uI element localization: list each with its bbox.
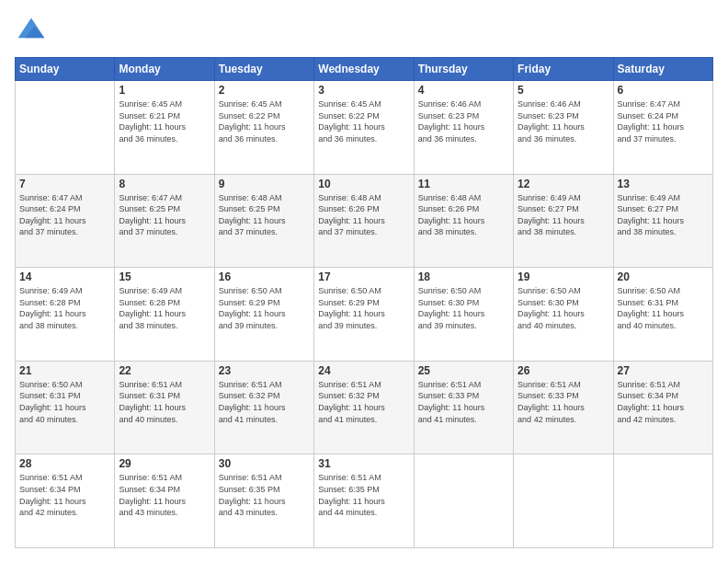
logo-icon	[15, 15, 48, 48]
calendar-cell: 25Sunrise: 6:51 AM Sunset: 6:33 PM Dayli…	[414, 361, 513, 454]
calendar-week-row: 14Sunrise: 6:49 AM Sunset: 6:28 PM Dayli…	[16, 268, 713, 362]
day-number: 19	[518, 270, 609, 283]
day-number: 27	[618, 364, 709, 377]
day-info: Sunrise: 6:50 AM Sunset: 6:30 PM Dayligh…	[418, 285, 509, 331]
calendar-cell: 17Sunrise: 6:50 AM Sunset: 6:29 PM Dayli…	[314, 268, 414, 362]
calendar-cell	[16, 81, 115, 175]
calendar-table: SundayMondayTuesdayWednesdayThursdayFrid…	[15, 57, 713, 548]
weekday-header: Thursday	[414, 58, 513, 81]
day-number: 1	[119, 84, 210, 97]
day-number: 31	[318, 457, 409, 470]
calendar-cell: 1Sunrise: 6:45 AM Sunset: 6:21 PM Daylig…	[115, 81, 214, 175]
day-number: 17	[318, 270, 409, 283]
weekday-header: Wednesday	[314, 58, 414, 81]
day-info: Sunrise: 6:51 AM Sunset: 6:34 PM Dayligh…	[19, 472, 110, 518]
calendar-cell: 12Sunrise: 6:49 AM Sunset: 6:27 PM Dayli…	[514, 174, 613, 268]
day-info: Sunrise: 6:45 AM Sunset: 6:22 PM Dayligh…	[318, 98, 409, 144]
day-info: Sunrise: 6:48 AM Sunset: 6:26 PM Dayligh…	[318, 192, 409, 238]
day-number: 11	[418, 178, 509, 190]
calendar-week-row: 1Sunrise: 6:45 AM Sunset: 6:21 PM Daylig…	[16, 81, 713, 175]
calendar-cell	[514, 454, 613, 548]
calendar-cell: 24Sunrise: 6:51 AM Sunset: 6:32 PM Dayli…	[314, 361, 414, 454]
day-info: Sunrise: 6:50 AM Sunset: 6:29 PM Dayligh…	[219, 285, 310, 331]
day-info: Sunrise: 6:46 AM Sunset: 6:23 PM Dayligh…	[418, 98, 509, 144]
day-number: 29	[119, 457, 210, 470]
day-number: 30	[219, 457, 310, 470]
day-info: Sunrise: 6:51 AM Sunset: 6:34 PM Dayligh…	[618, 379, 709, 425]
calendar-week-row: 21Sunrise: 6:50 AM Sunset: 6:31 PM Dayli…	[16, 361, 713, 454]
calendar-cell: 4Sunrise: 6:46 AM Sunset: 6:23 PM Daylig…	[414, 81, 513, 175]
day-info: Sunrise: 6:50 AM Sunset: 6:31 PM Dayligh…	[19, 379, 110, 425]
calendar-cell: 27Sunrise: 6:51 AM Sunset: 6:34 PM Dayli…	[613, 361, 712, 454]
weekday-header: Friday	[514, 58, 613, 81]
day-info: Sunrise: 6:47 AM Sunset: 6:24 PM Dayligh…	[618, 98, 709, 144]
calendar-cell: 13Sunrise: 6:49 AM Sunset: 6:27 PM Dayli…	[613, 174, 712, 268]
day-info: Sunrise: 6:50 AM Sunset: 6:29 PM Dayligh…	[318, 285, 409, 331]
day-info: Sunrise: 6:51 AM Sunset: 6:33 PM Dayligh…	[518, 379, 609, 425]
day-info: Sunrise: 6:51 AM Sunset: 6:34 PM Dayligh…	[119, 472, 210, 518]
day-info: Sunrise: 6:49 AM Sunset: 6:27 PM Dayligh…	[518, 192, 609, 238]
calendar-cell: 28Sunrise: 6:51 AM Sunset: 6:34 PM Dayli…	[16, 454, 115, 548]
day-info: Sunrise: 6:46 AM Sunset: 6:23 PM Dayligh…	[518, 98, 609, 144]
calendar-cell: 9Sunrise: 6:48 AM Sunset: 6:25 PM Daylig…	[214, 174, 313, 268]
day-number: 10	[318, 178, 409, 190]
calendar-week-row: 7Sunrise: 6:47 AM Sunset: 6:24 PM Daylig…	[16, 174, 713, 268]
day-info: Sunrise: 6:50 AM Sunset: 6:30 PM Dayligh…	[518, 285, 609, 331]
day-number: 4	[418, 84, 509, 97]
day-number: 18	[418, 270, 509, 283]
calendar-cell: 18Sunrise: 6:50 AM Sunset: 6:30 PM Dayli…	[414, 268, 513, 362]
calendar-cell: 16Sunrise: 6:50 AM Sunset: 6:29 PM Dayli…	[214, 268, 313, 362]
weekday-header: Sunday	[16, 58, 115, 81]
day-number: 21	[19, 364, 110, 377]
day-number: 8	[119, 178, 210, 190]
day-number: 22	[119, 364, 210, 377]
day-info: Sunrise: 6:51 AM Sunset: 6:35 PM Dayligh…	[219, 472, 310, 518]
day-info: Sunrise: 6:48 AM Sunset: 6:26 PM Dayligh…	[418, 192, 509, 238]
weekday-header: Tuesday	[214, 58, 313, 81]
day-info: Sunrise: 6:49 AM Sunset: 6:27 PM Dayligh…	[618, 192, 709, 238]
weekday-header: Saturday	[613, 58, 712, 81]
calendar-cell: 6Sunrise: 6:47 AM Sunset: 6:24 PM Daylig…	[613, 81, 712, 175]
day-info: Sunrise: 6:49 AM Sunset: 6:28 PM Dayligh…	[19, 285, 110, 331]
calendar-cell	[613, 454, 712, 548]
calendar-cell: 5Sunrise: 6:46 AM Sunset: 6:23 PM Daylig…	[514, 81, 613, 175]
day-number: 26	[518, 364, 609, 377]
day-number: 7	[19, 178, 110, 190]
day-info: Sunrise: 6:47 AM Sunset: 6:24 PM Dayligh…	[19, 192, 110, 238]
day-info: Sunrise: 6:51 AM Sunset: 6:32 PM Dayligh…	[318, 379, 409, 425]
day-info: Sunrise: 6:45 AM Sunset: 6:22 PM Dayligh…	[219, 98, 310, 144]
calendar-cell: 7Sunrise: 6:47 AM Sunset: 6:24 PM Daylig…	[16, 174, 115, 268]
day-number: 3	[318, 84, 409, 97]
calendar-week-row: 28Sunrise: 6:51 AM Sunset: 6:34 PM Dayli…	[16, 454, 713, 548]
calendar-cell	[414, 454, 513, 548]
day-number: 9	[219, 178, 310, 190]
day-info: Sunrise: 6:51 AM Sunset: 6:31 PM Dayligh…	[119, 379, 210, 425]
day-number: 20	[618, 270, 709, 283]
calendar-cell: 8Sunrise: 6:47 AM Sunset: 6:25 PM Daylig…	[115, 174, 214, 268]
calendar-cell: 10Sunrise: 6:48 AM Sunset: 6:26 PM Dayli…	[314, 174, 414, 268]
day-number: 2	[219, 84, 310, 97]
day-info: Sunrise: 6:51 AM Sunset: 6:33 PM Dayligh…	[418, 379, 509, 425]
calendar-cell: 21Sunrise: 6:50 AM Sunset: 6:31 PM Dayli…	[16, 361, 115, 454]
day-number: 13	[618, 178, 709, 190]
logo	[15, 15, 51, 48]
calendar-cell: 22Sunrise: 6:51 AM Sunset: 6:31 PM Dayli…	[115, 361, 214, 454]
day-number: 14	[19, 270, 110, 283]
weekday-header-row: SundayMondayTuesdayWednesdayThursdayFrid…	[16, 58, 713, 81]
calendar-cell: 26Sunrise: 6:51 AM Sunset: 6:33 PM Dayli…	[514, 361, 613, 454]
day-info: Sunrise: 6:51 AM Sunset: 6:35 PM Dayligh…	[318, 472, 409, 518]
day-number: 16	[219, 270, 310, 283]
calendar-cell: 31Sunrise: 6:51 AM Sunset: 6:35 PM Dayli…	[314, 454, 414, 548]
day-number: 12	[518, 178, 609, 190]
day-number: 25	[418, 364, 509, 377]
weekday-header: Monday	[115, 58, 214, 81]
day-number: 28	[19, 457, 110, 470]
calendar-cell: 14Sunrise: 6:49 AM Sunset: 6:28 PM Dayli…	[16, 268, 115, 362]
calendar-cell: 30Sunrise: 6:51 AM Sunset: 6:35 PM Dayli…	[214, 454, 313, 548]
calendar-cell: 3Sunrise: 6:45 AM Sunset: 6:22 PM Daylig…	[314, 81, 414, 175]
day-number: 24	[318, 364, 409, 377]
calendar-cell: 29Sunrise: 6:51 AM Sunset: 6:34 PM Dayli…	[115, 454, 214, 548]
day-info: Sunrise: 6:50 AM Sunset: 6:31 PM Dayligh…	[618, 285, 709, 331]
calendar-cell: 23Sunrise: 6:51 AM Sunset: 6:32 PM Dayli…	[214, 361, 313, 454]
day-info: Sunrise: 6:47 AM Sunset: 6:25 PM Dayligh…	[119, 192, 210, 238]
